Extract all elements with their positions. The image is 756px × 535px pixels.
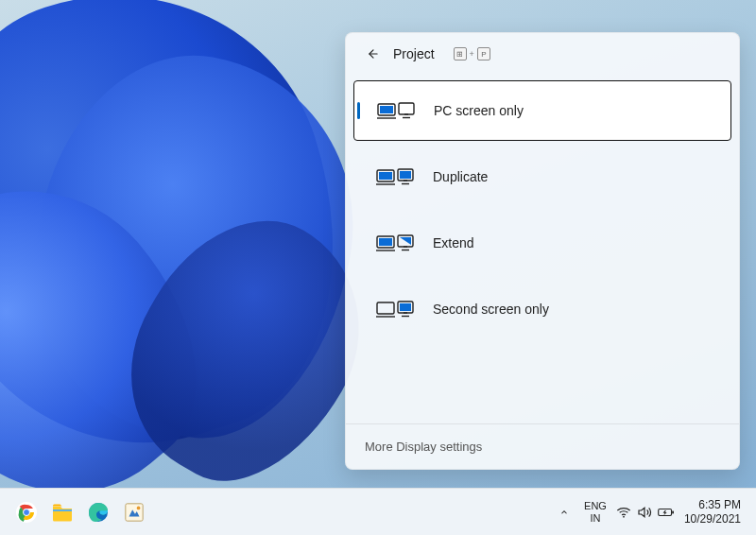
edge-icon[interactable]	[83, 497, 113, 527]
option-label: Extend	[433, 235, 474, 250]
option-label: PC screen only	[434, 103, 524, 118]
svg-rect-8	[379, 172, 392, 180]
taskbar-pinned-apps	[0, 497, 149, 527]
more-display-settings-link[interactable]: More Display settings	[346, 423, 739, 469]
duplicate-icon	[376, 166, 414, 187]
option-label: Second screen only	[433, 302, 549, 317]
svg-rect-35	[672, 510, 674, 513]
shortcut-hint: ⊞ + P	[454, 47, 490, 60]
battery-icon	[658, 507, 675, 518]
p-key-icon: P	[477, 47, 490, 60]
clock-date-text: 10/29/2021	[684, 512, 741, 526]
option-pc-screen-only[interactable]: PC screen only	[353, 80, 731, 141]
clock-time: 6:35 PM	[684, 498, 741, 511]
quick-settings-cluster[interactable]	[616, 506, 675, 519]
project-flyout: Project ⊞ + P PC	[345, 32, 740, 470]
clock-date[interactable]: 6:35 PM 10/29/2021	[684, 498, 741, 526]
pc-only-icon	[377, 100, 415, 121]
app-icon[interactable]	[119, 497, 149, 527]
win-key-icon: ⊞	[454, 47, 467, 60]
svg-rect-23	[400, 303, 411, 311]
language-indicator[interactable]: ENG IN	[584, 500, 607, 523]
option-second-screen-only[interactable]: Second screen only	[353, 279, 731, 339]
file-explorer-icon[interactable]	[47, 497, 77, 527]
project-options-list: PC screen only Duplicate	[346, 71, 739, 349]
second-only-icon	[376, 299, 414, 319]
svg-rect-11	[400, 171, 411, 179]
extend-icon	[376, 233, 414, 253]
desktop-wallpaper: Project ⊞ + P PC	[0, 0, 756, 488]
svg-point-33	[623, 515, 625, 517]
keyboard-layout-code: IN	[584, 512, 607, 524]
option-extend[interactable]: Extend	[353, 213, 731, 273]
wifi-icon	[616, 506, 631, 519]
tray-overflow-chevron-icon[interactable]	[554, 502, 575, 523]
svg-rect-31	[126, 503, 143, 520]
chrome-icon[interactable]	[11, 497, 42, 527]
svg-point-32	[137, 506, 141, 509]
taskbar: ENG IN 6:35 PM 10/29	[0, 488, 756, 535]
svg-rect-15	[379, 238, 392, 246]
volume-icon	[637, 506, 652, 519]
option-label: Duplicate	[433, 169, 488, 184]
flyout-title: Project	[393, 46, 435, 61]
back-button[interactable]	[367, 47, 380, 60]
plus-icon: +	[470, 49, 474, 59]
option-duplicate[interactable]: Duplicate	[353, 147, 731, 207]
svg-rect-29	[53, 509, 72, 511]
svg-rect-20	[377, 302, 394, 314]
svg-rect-2	[380, 106, 393, 113]
svg-rect-4	[399, 103, 414, 114]
flyout-header: Project ⊞ + P	[346, 33, 739, 71]
taskbar-system-tray: ENG IN 6:35 PM 10/29	[554, 498, 756, 526]
language-code: ENG	[584, 500, 607, 511]
